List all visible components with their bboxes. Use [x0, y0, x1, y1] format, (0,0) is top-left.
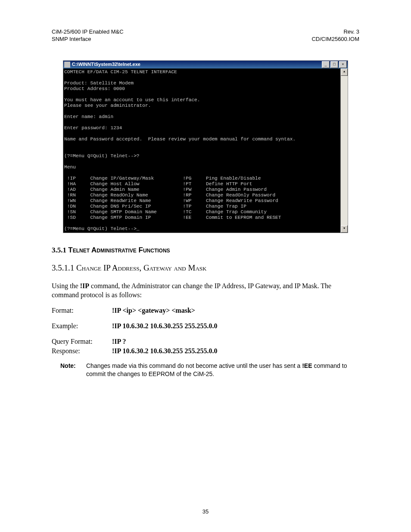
body-paragraph: Using the !IP command, the Administrator…	[52, 281, 359, 300]
scroll-down-button[interactable]: ▼	[341, 225, 348, 233]
example-label: Example:	[52, 321, 112, 331]
term-line: !RN Change ReadOnly Name !RP Change Read…	[64, 193, 275, 198]
query-label: Query Format:	[52, 337, 112, 346]
minimize-button[interactable]: _	[322, 61, 330, 68]
term-line: COMTECH EF/DATA CIM-25 TELNET INTERFACE	[64, 69, 177, 75]
response-label: Response:	[52, 346, 112, 356]
term-line: !AD Change Admin Name !PW Change Admin P…	[64, 187, 267, 192]
text: Changes made via this command do not bec…	[86, 362, 302, 369]
header-section: SNMP Interface	[52, 36, 124, 43]
response-value: !IP 10.6.30.2 10.6.30.255 255.255.0.0	[112, 346, 221, 356]
page-number: 35	[0, 508, 411, 515]
maximize-button[interactable]: □	[330, 61, 338, 68]
page-header: CiM-25/600 IP Enabled M&C SNMP Interface…	[52, 28, 359, 43]
format-label: Format:	[52, 306, 112, 315]
header-doc: CD/CIM25600.IOM	[311, 36, 359, 43]
term-line: (?=Menu Q=Quit) Telnet-->_	[64, 226, 140, 231]
header-left: CiM-25/600 IP Enabled M&C SNMP Interface	[52, 28, 124, 43]
term-line: !HA Change Host Allow !PT Define HTTP Po…	[64, 181, 252, 187]
term-line: !SD Change SMTP Domain IP !EE Commit to …	[64, 215, 281, 220]
term-line: !SN Change SMTP Domain Name !TC Change T…	[64, 209, 267, 215]
heading-number: 3.5.1	[52, 246, 68, 254]
window-title: C:\WINNT\System32\telnet.exe	[72, 62, 140, 67]
scrollbar[interactable]: ▲ ▼	[340, 68, 348, 233]
example-table: Example: !IP 10.6.30.2 10.6.30.255 255.2…	[52, 321, 221, 331]
scroll-track[interactable]	[341, 76, 348, 225]
telnet-icon	[64, 62, 70, 68]
heading-3-5-1: 3.5.1 Telnet Administrative Functions	[52, 246, 359, 255]
term-line: Menu	[64, 165, 76, 170]
term-line: Enter password: 1234	[64, 125, 122, 131]
term-line: Name and Password accepted. Please revie…	[64, 137, 296, 142]
command-ip: !IP	[80, 282, 89, 289]
header-rev: Rev. 3	[311, 28, 359, 36]
term-line: (?=Menu Q=Quit) Telnet-->?	[64, 153, 140, 159]
query-value: !IP ?	[112, 337, 221, 346]
scroll-up-button[interactable]: ▲	[341, 68, 348, 76]
close-button[interactable]: ×	[339, 61, 347, 68]
term-line: Product Address: 0000	[64, 86, 125, 91]
heading-3-5-1-1: 3.5.1.1 Change IP Address, Gateway and M…	[52, 263, 359, 273]
term-line: You must have an account to use this int…	[64, 97, 200, 103]
example-value: !IP 10.6.30.2 10.6.30.255 255.255.0.0	[112, 321, 221, 331]
note-text: Changes made via this command do not bec…	[86, 362, 355, 378]
term-line: !IP Change IP/Gateway/Mask !PG Ping Enab…	[64, 176, 261, 181]
heading-text: Change IP Address, Gateway and Mask	[76, 263, 206, 272]
term-line: !WN Change ReadWrite Name !WP Change Rea…	[64, 198, 278, 203]
heading-text: Telnet Administrative Functions	[68, 246, 170, 254]
text: command, the Administrator can change th…	[52, 282, 331, 299]
header-right: Rev. 3 CD/CIM25600.IOM	[311, 28, 359, 43]
note-block: Note: Changes made via this command do n…	[60, 362, 355, 378]
command-ee: !EE	[302, 362, 312, 369]
term-line: Enter name: admin	[64, 114, 113, 119]
heading-number: 3.5.1.1	[52, 263, 76, 272]
query-table: Query Format: !IP ? Response: !IP 10.6.3…	[52, 337, 221, 356]
text: Using the	[52, 282, 80, 289]
term-line: !DN Change DNS Pri/Sec IP !TP Change Tra…	[64, 204, 246, 209]
telnet-window: C:\WINNT\System32\telnet.exe _ □ × COMTE…	[63, 60, 348, 233]
note-label: Note:	[60, 362, 86, 378]
format-table: Format: !IP <ip> <gateway> <mask>	[52, 306, 199, 315]
header-product: CiM-25/600 IP Enabled M&C	[52, 28, 124, 36]
term-line: Please see your administrator.	[64, 103, 151, 108]
format-value: !IP <ip> <gateway> <mask>	[112, 306, 199, 315]
term-line: Product: Satellite Modem	[64, 81, 134, 86]
terminal-output[interactable]: COMTECH EF/DATA CIM-25 TELNET INTERFACE …	[63, 68, 340, 233]
window-titlebar: C:\WINNT\System32\telnet.exe _ □ ×	[63, 61, 348, 68]
